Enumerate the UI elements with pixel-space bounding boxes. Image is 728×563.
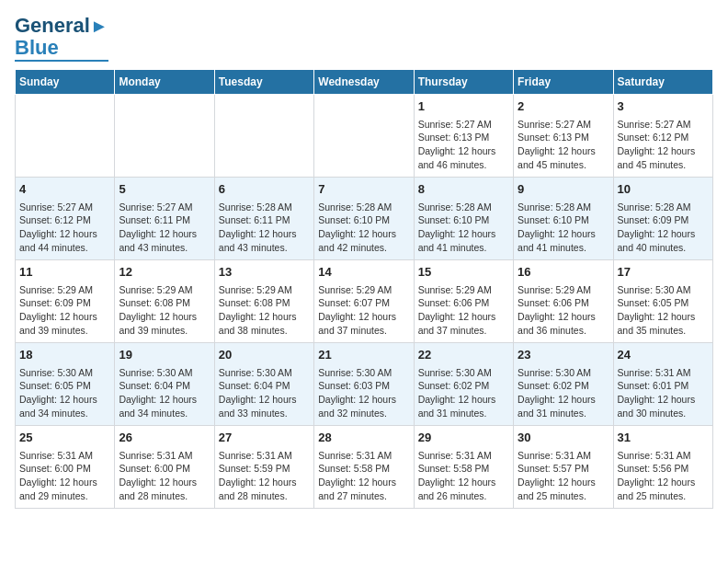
calendar-cell: 13Sunrise: 5:29 AM Sunset: 6:08 PM Dayli… [214, 260, 313, 343]
calendar-cell: 8Sunrise: 5:28 AM Sunset: 6:10 PM Daylig… [414, 178, 513, 260]
day-number: 27 [219, 430, 310, 446]
day-number: 11 [19, 264, 110, 281]
day-number: 18 [19, 347, 110, 363]
week-row-5: 25Sunrise: 5:31 AM Sunset: 6:00 PM Dayli… [16, 426, 713, 509]
column-header-tuesday: Tuesday [214, 70, 313, 95]
day-number: 14 [318, 264, 409, 281]
column-headers: SundayMondayTuesdayWednesdayThursdayFrid… [16, 70, 713, 95]
cell-content: Sunrise: 5:31 AM Sunset: 5:57 PM Dayligh… [518, 449, 609, 503]
cell-content: Sunrise: 5:30 AM Sunset: 6:02 PM Dayligh… [518, 366, 609, 420]
cell-content: Sunrise: 5:31 AM Sunset: 5:59 PM Dayligh… [219, 449, 310, 503]
cell-content: Sunrise: 5:30 AM Sunset: 6:05 PM Dayligh… [618, 283, 709, 338]
logo-blue: Blue [15, 37, 59, 59]
calendar-cell: 3Sunrise: 5:27 AM Sunset: 6:12 PM Daylig… [613, 95, 712, 178]
calendar-cell: 12Sunrise: 5:29 AM Sunset: 6:08 PM Dayli… [115, 260, 214, 343]
week-row-1: 1Sunrise: 5:27 AM Sunset: 6:13 PM Daylig… [16, 95, 713, 178]
page-header: General► Blue [15, 15, 713, 62]
week-row-3: 11Sunrise: 5:29 AM Sunset: 6:09 PM Dayli… [16, 260, 713, 343]
logo-text: General► [15, 15, 108, 37]
calendar-cell: 9Sunrise: 5:28 AM Sunset: 6:10 PM Daylig… [514, 178, 613, 260]
day-number: 19 [119, 347, 210, 363]
calendar-cell: 31Sunrise: 5:31 AM Sunset: 5:56 PM Dayli… [613, 426, 712, 509]
day-number: 28 [318, 430, 409, 446]
day-number: 25 [19, 430, 110, 446]
cell-content: Sunrise: 5:29 AM Sunset: 6:06 PM Dayligh… [518, 283, 609, 338]
cell-content: Sunrise: 5:31 AM Sunset: 6:00 PM Dayligh… [119, 449, 210, 503]
day-number: 1 [418, 98, 509, 115]
day-number: 8 [418, 181, 509, 198]
calendar-cell: 7Sunrise: 5:28 AM Sunset: 6:10 PM Daylig… [314, 178, 414, 260]
calendar-cell: 30Sunrise: 5:31 AM Sunset: 5:57 PM Dayli… [514, 426, 613, 509]
calendar-cell [314, 95, 414, 178]
day-number: 6 [219, 181, 310, 198]
column-header-saturday: Saturday [613, 70, 712, 95]
cell-content: Sunrise: 5:29 AM Sunset: 6:08 PM Dayligh… [219, 283, 310, 338]
cell-content: Sunrise: 5:28 AM Sunset: 6:11 PM Dayligh… [219, 201, 310, 255]
day-number: 15 [418, 264, 509, 281]
calendar-cell: 21Sunrise: 5:30 AM Sunset: 6:03 PM Dayli… [314, 343, 414, 426]
cell-content: Sunrise: 5:28 AM Sunset: 6:10 PM Dayligh… [518, 201, 609, 255]
logo: General► Blue [15, 15, 108, 62]
day-number: 16 [518, 264, 609, 281]
cell-content: Sunrise: 5:27 AM Sunset: 6:11 PM Dayligh… [119, 201, 210, 255]
calendar-cell: 15Sunrise: 5:29 AM Sunset: 6:06 PM Dayli… [414, 260, 513, 343]
day-number: 3 [618, 98, 709, 115]
calendar-cell: 5Sunrise: 5:27 AM Sunset: 6:11 PM Daylig… [115, 178, 214, 260]
calendar-cell: 23Sunrise: 5:30 AM Sunset: 6:02 PM Dayli… [514, 343, 613, 426]
calendar-cell: 17Sunrise: 5:30 AM Sunset: 6:05 PM Dayli… [613, 260, 712, 343]
week-row-4: 18Sunrise: 5:30 AM Sunset: 6:05 PM Dayli… [16, 343, 713, 426]
cell-content: Sunrise: 5:31 AM Sunset: 5:58 PM Dayligh… [418, 449, 509, 503]
day-number: 9 [518, 181, 609, 198]
cell-content: Sunrise: 5:28 AM Sunset: 6:10 PM Dayligh… [318, 201, 409, 255]
day-number: 21 [318, 347, 409, 363]
cell-content: Sunrise: 5:28 AM Sunset: 6:09 PM Dayligh… [618, 201, 709, 255]
logo-underline [15, 60, 108, 62]
cell-content: Sunrise: 5:31 AM Sunset: 5:58 PM Dayligh… [318, 449, 409, 503]
cell-content: Sunrise: 5:30 AM Sunset: 6:03 PM Dayligh… [318, 366, 409, 420]
cell-content: Sunrise: 5:29 AM Sunset: 6:06 PM Dayligh… [418, 283, 509, 338]
calendar-cell [214, 95, 313, 178]
day-number: 29 [418, 430, 509, 446]
day-number: 13 [219, 264, 310, 281]
column-header-monday: Monday [115, 70, 214, 95]
column-header-thursday: Thursday [414, 70, 513, 95]
cell-content: Sunrise: 5:31 AM Sunset: 6:00 PM Dayligh… [19, 449, 110, 503]
column-header-wednesday: Wednesday [314, 70, 414, 95]
calendar-cell: 18Sunrise: 5:30 AM Sunset: 6:05 PM Dayli… [16, 343, 115, 426]
calendar-cell: 2Sunrise: 5:27 AM Sunset: 6:13 PM Daylig… [514, 95, 613, 178]
calendar-cell: 20Sunrise: 5:30 AM Sunset: 6:04 PM Dayli… [214, 343, 313, 426]
day-number: 20 [219, 347, 310, 363]
week-row-2: 4Sunrise: 5:27 AM Sunset: 6:12 PM Daylig… [16, 178, 713, 260]
day-number: 10 [618, 181, 709, 198]
cell-content: Sunrise: 5:31 AM Sunset: 6:01 PM Dayligh… [618, 366, 709, 420]
column-header-sunday: Sunday [16, 70, 115, 95]
cell-content: Sunrise: 5:29 AM Sunset: 6:07 PM Dayligh… [318, 283, 409, 338]
calendar-cell: 27Sunrise: 5:31 AM Sunset: 5:59 PM Dayli… [214, 426, 313, 509]
calendar-cell: 16Sunrise: 5:29 AM Sunset: 6:06 PM Dayli… [514, 260, 613, 343]
day-number: 30 [518, 430, 609, 446]
calendar-body: 1Sunrise: 5:27 AM Sunset: 6:13 PM Daylig… [16, 95, 713, 509]
day-number: 5 [119, 181, 210, 198]
cell-content: Sunrise: 5:30 AM Sunset: 6:05 PM Dayligh… [19, 366, 110, 420]
cell-content: Sunrise: 5:28 AM Sunset: 6:10 PM Dayligh… [418, 201, 509, 255]
calendar-cell: 14Sunrise: 5:29 AM Sunset: 6:07 PM Dayli… [314, 260, 414, 343]
calendar-cell: 4Sunrise: 5:27 AM Sunset: 6:12 PM Daylig… [16, 178, 115, 260]
cell-content: Sunrise: 5:27 AM Sunset: 6:13 PM Dayligh… [418, 118, 509, 172]
cell-content: Sunrise: 5:27 AM Sunset: 6:12 PM Dayligh… [618, 118, 709, 172]
day-number: 4 [19, 181, 110, 198]
cell-content: Sunrise: 5:29 AM Sunset: 6:09 PM Dayligh… [19, 283, 110, 338]
day-number: 22 [418, 347, 509, 363]
day-number: 2 [518, 98, 609, 115]
day-number: 12 [119, 264, 210, 281]
cell-content: Sunrise: 5:30 AM Sunset: 6:04 PM Dayligh… [119, 366, 210, 420]
calendar-cell [115, 95, 214, 178]
calendar-cell: 24Sunrise: 5:31 AM Sunset: 6:01 PM Dayli… [613, 343, 712, 426]
day-number: 31 [618, 430, 709, 446]
cell-content: Sunrise: 5:30 AM Sunset: 6:02 PM Dayligh… [418, 366, 509, 420]
calendar-cell: 29Sunrise: 5:31 AM Sunset: 5:58 PM Dayli… [414, 426, 513, 509]
calendar-cell: 1Sunrise: 5:27 AM Sunset: 6:13 PM Daylig… [414, 95, 513, 178]
cell-content: Sunrise: 5:27 AM Sunset: 6:13 PM Dayligh… [518, 118, 609, 172]
day-number: 7 [318, 181, 409, 198]
calendar-cell: 6Sunrise: 5:28 AM Sunset: 6:11 PM Daylig… [214, 178, 313, 260]
cell-content: Sunrise: 5:27 AM Sunset: 6:12 PM Dayligh… [19, 201, 110, 255]
